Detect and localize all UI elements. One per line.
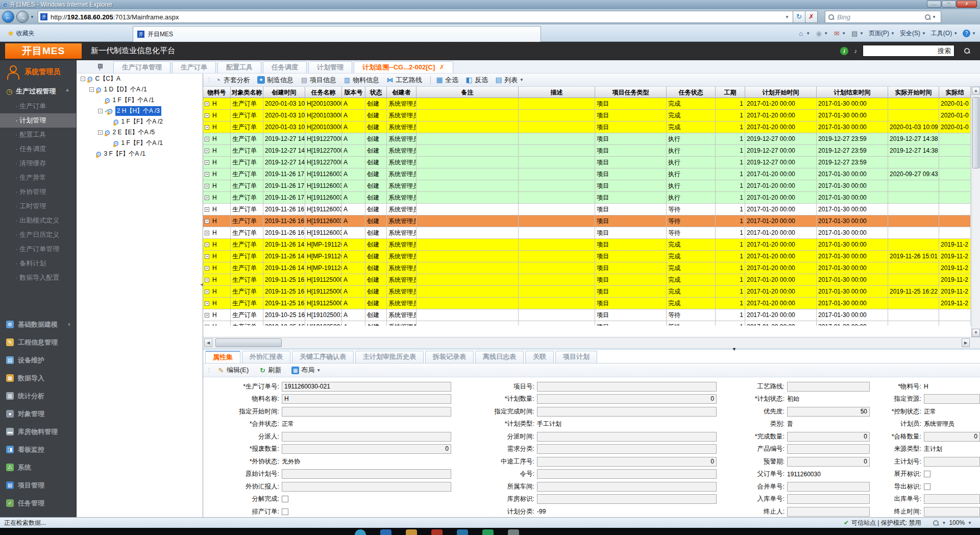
- horizontal-scrollbar[interactable]: ◀ ▶: [203, 337, 980, 348]
- close-icon[interactable]: ✗: [439, 63, 445, 71]
- search-go-icon[interactable]: [925, 14, 930, 20]
- sidebar-module[interactable]: ∴系统: [0, 458, 77, 476]
- field-input[interactable]: 0: [787, 432, 870, 442]
- column-header[interactable]: 实际结: [939, 87, 971, 98]
- field-input[interactable]: [282, 469, 451, 479]
- row-expander-icon[interactable]: +: [205, 254, 209, 259]
- field-input[interactable]: [537, 494, 717, 504]
- table-row[interactable]: +H生产订单2019-11-25 16:18H[1911250005...A创建…: [203, 298, 971, 309]
- column-header[interactable]: 版本号: [342, 87, 365, 98]
- command-button[interactable]: 安全(S)▼: [900, 29, 926, 38]
- field-input[interactable]: [924, 457, 980, 467]
- tree-node[interactable]: -⚙2 E【E】个A /5: [77, 127, 203, 138]
- field-input[interactable]: 0: [537, 457, 717, 467]
- row-expander-icon[interactable]: +: [205, 113, 209, 118]
- toolbar-button-反选[interactable]: ◧反选: [465, 76, 488, 85]
- sidebar-item[interactable]: ·任务调度: [0, 142, 76, 156]
- tree-node-label[interactable]: 2 E【E】个A /5: [113, 128, 155, 137]
- field-input[interactable]: [282, 432, 451, 442]
- toolbar-button-列表[interactable]: ▤列表▼: [495, 76, 524, 85]
- vertical-scroll-thumb[interactable]: [972, 97, 979, 168]
- tree-expander-icon[interactable]: -: [81, 77, 85, 81]
- field-input[interactable]: 0: [787, 457, 870, 467]
- tree-node-label[interactable]: 3 F【F】个A /1: [104, 150, 145, 158]
- sidebar-scroll-up-icon[interactable]: ▲: [65, 87, 70, 92]
- taskbar-icon[interactable]: [508, 529, 519, 535]
- panel-splitter-icon[interactable]: ▼: [732, 347, 737, 352]
- row-expander-icon[interactable]: +: [205, 278, 209, 282]
- scroll-down-icon[interactable]: ▼: [972, 329, 980, 337]
- detail-tab-离线日志表[interactable]: 离线日志表: [475, 351, 524, 363]
- table-row[interactable]: +H生产订单2019-11-26 14:57H[MP-1911260...A创建…: [203, 262, 971, 274]
- detail-tab-关联[interactable]: 关联: [525, 351, 554, 363]
- table-row[interactable]: +H生产订单2019-11-26 14:57H[MP-1911260...A创建…: [203, 239, 971, 251]
- field-input[interactable]: [787, 482, 870, 492]
- windows-taskbar[interactable]: [0, 528, 980, 535]
- row-expander-icon[interactable]: +: [205, 289, 209, 294]
- nav-history-caret-icon[interactable]: ▼: [30, 15, 34, 19]
- table-row[interactable]: +H生产订单2019-11-25 16:18H[1911250005...A创建…: [203, 274, 971, 286]
- row-expander-icon[interactable]: +: [205, 301, 209, 306]
- table-row[interactable]: +H生产订单2019-11-26 14:57H[MP-1911260...A创建…: [203, 251, 971, 262]
- home-button[interactable]: ⌂▼: [797, 30, 810, 37]
- field-checkbox[interactable]: [924, 483, 930, 490]
- row-expander-icon[interactable]: +: [205, 207, 209, 212]
- tree-node-label[interactable]: 1 D【D】个A /1: [104, 85, 147, 94]
- field-input[interactable]: [787, 444, 870, 454]
- help-button[interactable]: ?▼: [963, 30, 976, 37]
- sidebar-item[interactable]: ·生产订单管理: [0, 242, 76, 256]
- column-header[interactable]: 创建者: [387, 87, 416, 98]
- toolbar-button-制造信息[interactable]: ★制造信息: [257, 76, 293, 85]
- detail-toolbar-button-编辑(E)[interactable]: ✎编辑(E): [217, 366, 249, 375]
- field-input[interactable]: 1911260030-021: [282, 382, 451, 392]
- column-header[interactable]: 对象类名称: [231, 87, 263, 98]
- table-row[interactable]: +H生产订单2019-11-26 17:35H[1911260035...A创建…: [203, 168, 971, 180]
- field-input[interactable]: 0: [537, 394, 717, 404]
- toolbar-button-全选[interactable]: ▦全选: [436, 76, 458, 85]
- field-input[interactable]: [537, 482, 717, 492]
- sidebar-module[interactable]: ●对象管理: [0, 405, 77, 423]
- back-button[interactable]: ←: [2, 11, 14, 23]
- scroll-left-icon[interactable]: ◀: [204, 338, 212, 347]
- table-row[interactable]: +H生产订单2019-11-26 16:36H[1911260030...A创建…: [203, 227, 971, 239]
- row-expander-icon[interactable]: +: [205, 313, 209, 318]
- sidebar-item[interactable]: ·出勤模式定义: [0, 213, 76, 228]
- detail-tab-属性集[interactable]: 属性集: [205, 351, 240, 363]
- command-button[interactable]: 工具(O)▼: [931, 29, 958, 38]
- tree-node-label[interactable]: 2 H【H】个A /3: [115, 106, 161, 116]
- tab-计划追溯--CG...2-002[C][interactable]: 计划追溯--CG...2-002[C]✗: [354, 61, 453, 73]
- toolbar-button-项目信息[interactable]: ▤项目信息: [301, 76, 336, 85]
- tree-node-label[interactable]: 1 F【F】个A /1: [121, 139, 163, 148]
- info-icon[interactable]: i: [840, 47, 848, 55]
- field-input[interactable]: [924, 394, 980, 404]
- table-row[interactable]: +H生产订单2019-12-27 14:20H[1912270001...A创建…: [203, 157, 971, 168]
- scroll-right-icon[interactable]: ▶: [962, 338, 970, 347]
- url-dropdown-icon[interactable]: ▼: [785, 15, 789, 19]
- tree-expander-icon[interactable]: -: [98, 109, 103, 113]
- field-input[interactable]: [537, 382, 717, 392]
- row-expander-icon[interactable]: +: [205, 325, 209, 326]
- field-checkbox[interactable]: [282, 496, 288, 502]
- row-expander-icon[interactable]: +: [205, 231, 209, 235]
- column-header[interactable]: 创建时间: [263, 87, 305, 98]
- row-expander-icon[interactable]: +: [205, 149, 209, 153]
- sidebar-module[interactable]: ◨看板监控: [0, 441, 77, 458]
- scroll-up-icon[interactable]: ▲: [972, 87, 980, 95]
- horizontal-scroll-thumb[interactable]: [215, 338, 282, 347]
- taskbar-icon[interactable]: [355, 529, 366, 535]
- sidebar-item[interactable]: ·配置工具: [0, 128, 76, 142]
- favorites-button[interactable]: ★ 收藏夹: [3, 27, 39, 39]
- sidebar-item[interactable]: ·生产异常: [0, 171, 76, 185]
- feed-button[interactable]: ◉▼: [815, 30, 828, 37]
- minimize-button[interactable]: —: [927, 1, 941, 8]
- column-header[interactable]: 物料号: [203, 87, 231, 98]
- column-header[interactable]: 工期: [716, 87, 745, 98]
- table-row[interactable]: +H生产订单2020-01-03 10:05H[2001030002...A创建…: [203, 121, 971, 133]
- toolbar-button-工艺路线[interactable]: ⋈工艺路线: [386, 76, 422, 85]
- table-row[interactable]: +H生产订单2019-11-26 17:35H[1911260035...A创建…: [203, 192, 971, 204]
- column-header[interactable]: 状态: [365, 87, 387, 98]
- column-header[interactable]: 计划结束时间: [817, 87, 888, 98]
- row-expander-icon[interactable]: +: [205, 184, 209, 188]
- table-row[interactable]: +H生产订单2019-12-27 14:20H[1912270001...A创建…: [203, 145, 971, 157]
- table-row[interactable]: +H生产订单2019-11-26 17:35H[1911260035...A创建…: [203, 180, 971, 192]
